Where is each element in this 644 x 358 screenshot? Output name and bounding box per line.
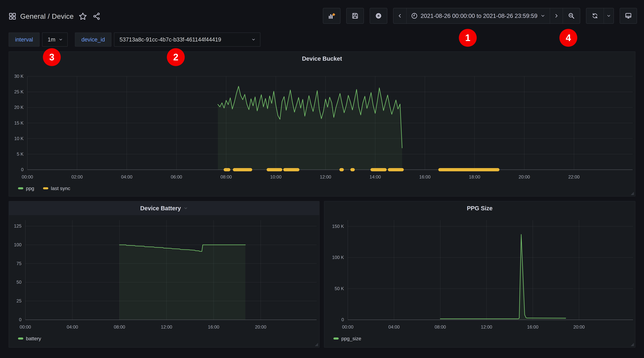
chevron-down-icon [251, 37, 256, 42]
x-tick-label: 02:00 [66, 174, 89, 180]
refresh-button[interactable] [586, 8, 604, 24]
ppg_size-area [440, 235, 566, 320]
annotation-badge-4: 4 [560, 29, 577, 47]
variable-label-text: device_id [82, 37, 105, 43]
kiosk-mode-button[interactable] [620, 8, 637, 24]
y-tick-label: 0 [0, 317, 22, 322]
y-tick-label: 25 [0, 298, 22, 304]
save-icon [352, 12, 359, 20]
gear-icon [375, 12, 382, 20]
dashboards-grid-icon[interactable] [8, 12, 16, 20]
y-tick-label: 100 [0, 242, 22, 248]
panel-ppg-size: PPG Size ppg_size 00:0004:0008:0012:0016… [324, 201, 635, 347]
x-tick-label: 12:00 [155, 324, 178, 330]
dashboard-settings-button[interactable] [370, 8, 387, 24]
share-icon[interactable] [93, 13, 100, 20]
x-tick-label: 16:00 [413, 174, 436, 180]
save-dashboard-button[interactable] [346, 8, 364, 24]
x-tick-label: 20:00 [512, 174, 536, 180]
chevron-right-icon [554, 13, 559, 19]
device-bucket-plot[interactable] [27, 76, 632, 170]
chevron-down-icon [540, 13, 545, 18]
variable-interval: interval 1m [9, 33, 68, 47]
x-tick-label: 14:00 [364, 174, 387, 180]
dashboard-toolbar: 2021-08-26 00:00:00 to 2021-08-26 23:59:… [323, 8, 637, 24]
legend-swatch [334, 337, 339, 339]
x-tick-label: 08:00 [428, 324, 452, 330]
x-tick-label: 06:00 [165, 174, 188, 180]
panel-header-ppg-size[interactable]: PPG Size [324, 201, 635, 215]
annotation-badge-1: 1 [459, 29, 477, 47]
panel-title: PPG Size [467, 205, 493, 212]
x-tick-label: 04:00 [115, 174, 138, 180]
variable-value-interval[interactable]: 1m [42, 33, 68, 47]
ppg-size-plot[interactable] [348, 220, 633, 320]
last-sync-marker [283, 168, 299, 171]
legend: ppg_size [334, 335, 361, 342]
add-panel-button[interactable] [323, 8, 340, 24]
clock-icon [411, 13, 418, 19]
panel-resize-handle[interactable] [315, 343, 318, 346]
variable-value-text: 53713a8c-91cc-4b7c-b33f-461144f44419 [120, 37, 221, 43]
panel-resize-handle[interactable] [631, 192, 634, 195]
legend-swatch [43, 187, 48, 189]
panel-device-battery: Device Battery battery 00:0004:0008:0012… [9, 201, 320, 347]
x-tick-label: 22:00 [562, 174, 586, 180]
chevron-down-icon [606, 14, 611, 18]
annotation-badge-3: 3 [43, 48, 61, 66]
last-sync-marker [370, 168, 386, 171]
x-tick-label: 00:00 [16, 174, 39, 180]
time-range-text: 2021-08-26 00:00:00 to 2021-08-26 23:59:… [421, 13, 538, 19]
y-tick-label: 15 K [0, 120, 24, 126]
panel-header-device-battery[interactable]: Device Battery [9, 201, 319, 215]
panel-resize-handle[interactable] [631, 343, 634, 346]
x-tick-label: 10:00 [264, 174, 288, 180]
panel-menu-chevron-icon[interactable] [184, 206, 188, 211]
x-tick-label: 16:00 [202, 324, 225, 330]
legend-item[interactable]: ppg_size [334, 336, 361, 341]
panel-header-device-bucket[interactable]: Device Bucket [9, 52, 635, 66]
y-tick-label: 100 K [319, 255, 344, 260]
favorite-star-icon[interactable] [79, 12, 87, 20]
x-tick-label: 00:00 [336, 324, 360, 330]
last-sync-marker [350, 168, 355, 171]
time-shift-back-button[interactable] [394, 8, 406, 24]
refresh-interval-dropdown[interactable] [604, 8, 614, 24]
zoom-out-button[interactable] [562, 8, 580, 24]
dashboard-variables: interval 1m device_id 53713a8c-91cc-4b7c… [9, 33, 260, 47]
x-tick-label: 20:00 [567, 324, 591, 330]
variable-label-text: interval [15, 37, 33, 43]
breadcrumb[interactable]: General / Device [20, 12, 74, 20]
legend-item[interactable]: last sync [43, 186, 70, 191]
x-tick-label: 16:00 [521, 324, 544, 330]
y-tick-label: 50 K [319, 286, 344, 291]
legend-label: ppg [26, 186, 34, 191]
zoom-out-icon [568, 12, 575, 20]
chevron-down-icon [58, 37, 63, 42]
variable-value-device-id[interactable]: 53713a8c-91cc-4b7c-b33f-461144f44419 [114, 33, 260, 47]
last-sync-marker [438, 168, 500, 171]
variable-value-text: 1m [48, 37, 56, 43]
x-tick-label: 08:00 [108, 324, 131, 330]
y-tick-label: 75 [0, 261, 22, 266]
refresh-icon [592, 12, 598, 19]
time-range-button[interactable]: 2021-08-26 00:00:00 to 2021-08-26 23:59:… [406, 8, 550, 24]
legend: ppglast sync [18, 185, 70, 192]
legend-item[interactable]: ppg [18, 186, 34, 191]
ppg_size-line [440, 235, 566, 319]
legend: battery [18, 335, 41, 342]
time-shift-forward-button[interactable] [550, 8, 562, 24]
y-tick-label: 0 [319, 317, 344, 322]
y-tick-label: 5 K [0, 151, 24, 157]
x-tick-label: 20:00 [249, 324, 272, 330]
x-tick-label: 08:00 [214, 174, 238, 180]
legend-item[interactable]: battery [18, 336, 41, 341]
device-battery-plot[interactable] [25, 220, 316, 320]
variable-label-device-id: device_id [75, 33, 112, 47]
variable-label-interval: interval [9, 33, 40, 47]
y-tick-label: 30 K [0, 74, 24, 79]
last-sync-marker [267, 168, 282, 171]
x-tick-label: 04:00 [61, 324, 84, 330]
grafana-dashboard: General / Device [0, 0, 644, 358]
annotation-badge-2: 2 [167, 48, 185, 66]
